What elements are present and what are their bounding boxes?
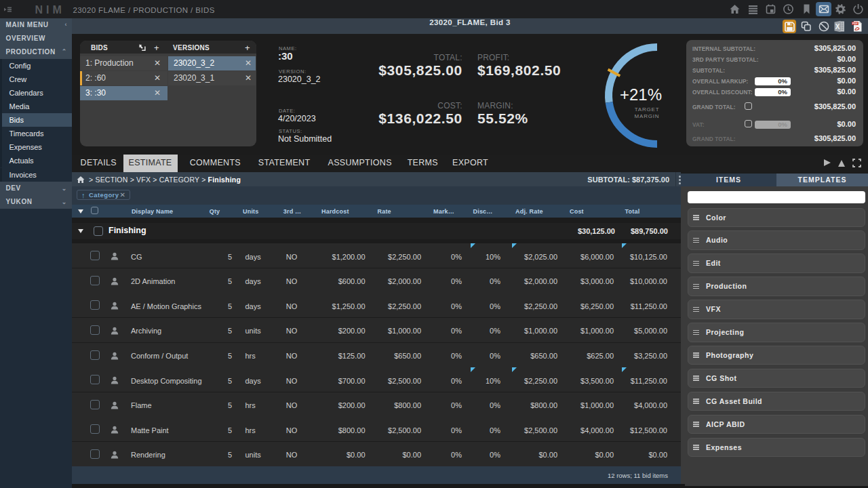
svg-text:PDF: PDF — [852, 22, 858, 25]
svg-text:X: X — [835, 23, 840, 30]
